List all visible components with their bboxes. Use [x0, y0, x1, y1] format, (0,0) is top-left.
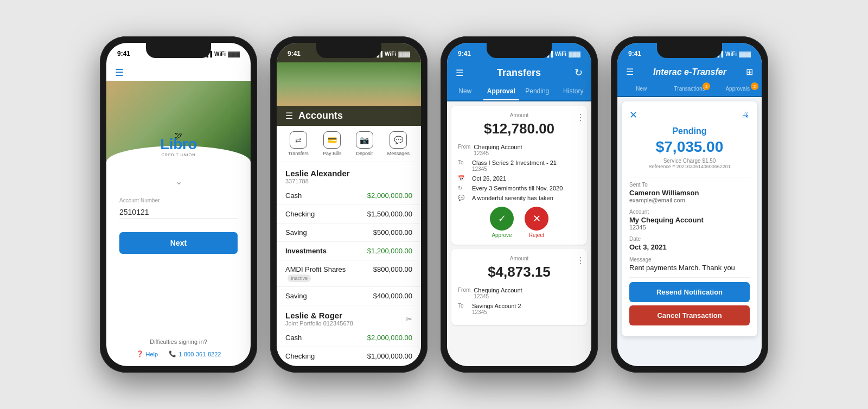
resend-notification-button[interactable]: Resend Notification — [629, 282, 750, 302]
account-section: Account My Chequing Account 12345 — [629, 209, 750, 231]
phone-link[interactable]: 📞 1-800-361-8222 — [169, 350, 221, 357]
transfer-amount-1: $12,780.00 — [458, 120, 580, 137]
tab-transactions[interactable]: Transactions 2 — [666, 81, 714, 96]
account-name-cash-2: Cash — [285, 334, 302, 342]
account-number-input[interactable] — [119, 206, 238, 219]
account-number: 12345 — [629, 224, 750, 231]
account-row-checking-1[interactable]: Checking $1,500,000.00 — [277, 205, 421, 223]
messages-label: Messages — [387, 151, 410, 156]
approve-label: Approve — [490, 232, 514, 238]
tab-pending[interactable]: Pending — [519, 83, 556, 100]
reject-button[interactable]: ✕ — [525, 207, 548, 231]
transfer-recurrence-1: ↻ Every 3 Semimonths till Nov, 2020 — [458, 185, 580, 191]
hamburger-icon-4[interactable]: ☰ — [626, 67, 634, 77]
tab-history[interactable]: History — [556, 83, 592, 100]
p2-hero — [277, 62, 421, 106]
qr-icon[interactable]: ⊞ — [746, 67, 753, 77]
date-value-1: Oct 26, 2021 — [472, 175, 580, 182]
help-link[interactable]: ❓ Help — [136, 350, 158, 357]
from-account-1: Chequing Account — [474, 144, 522, 150]
hero-image: 🕊 Libro CREDIT UNION — [106, 81, 251, 168]
date-label: Date — [629, 236, 750, 242]
transfer-date-1: 📅 Oct 26, 2021 — [458, 175, 580, 182]
status-time-3: 9:41 — [458, 50, 471, 57]
account-row-saving-3[interactable]: Saving $1,000,000.00 — [277, 366, 421, 366]
phone-accounts: 9:41 ▐▐▐ WiFi ▓▓▓ ☰ Accounts ⇄ Transfers — [270, 36, 427, 373]
inactive-badge: Inactive — [288, 274, 311, 282]
account-row-cash-2[interactable]: Cash $2,000,000.00 — [277, 329, 421, 347]
transfer-memo-1: 💬 A wonderful serenity has taken — [458, 195, 580, 201]
to-account-1: Class I Series 2 Investment - 21 — [472, 159, 557, 166]
next-button[interactable]: Next — [119, 232, 238, 254]
to-label-1: To — [458, 159, 469, 165]
from-number-1: 12345 — [474, 150, 522, 156]
transfer-from-2: From Chequing Account 12345 — [458, 287, 580, 299]
from-label-1: From — [458, 144, 470, 150]
account-row-investments[interactable]: Investments $1,200,000.00 — [277, 242, 421, 260]
hamburger-icon[interactable]: ☰ — [115, 67, 124, 79]
wifi-icon: WiFi — [214, 51, 226, 57]
hamburger-icon-3[interactable]: ☰ — [456, 68, 463, 78]
account-amount-amdi: $800,000.00 — [373, 265, 412, 282]
account-row-checking-2[interactable]: Checking $1,000,000.00 — [277, 347, 421, 366]
transfer-sync-icon[interactable]: ↻ — [575, 67, 583, 79]
from-account-2: Chequing Account — [474, 287, 522, 293]
account-row-cash-1[interactable]: Cash $2,000,000.00 — [277, 187, 421, 205]
tab-approval[interactable]: Approval — [483, 83, 520, 100]
message-label: Message — [629, 257, 750, 263]
account-row-saving-2[interactable]: Saving $400,000.00 — [277, 287, 421, 305]
transfer-from-1: From Chequing Account 12345 — [458, 144, 580, 156]
p4-header: ☰ Interac e-Transfer ⊞ — [617, 62, 762, 81]
transfer-to-1: To Class I Series 2 Investment - 21 1234… — [458, 159, 580, 172]
more-options-icon-1[interactable]: ⋮ — [576, 112, 585, 123]
sent-to-name: Cameron Williamson — [629, 189, 750, 197]
more-options-icon-2[interactable]: ⋮ — [576, 255, 585, 266]
status-time-4: 9:41 — [628, 50, 641, 57]
transfers-icon: ⇄ — [290, 131, 307, 149]
hamburger-icon-2[interactable]: ☰ — [285, 111, 293, 121]
tab-new[interactable]: New — [447, 83, 483, 100]
transfer-to-2: To Savings Account 2 12345 — [458, 303, 580, 315]
tab-approvals[interactable]: Approvals 2 — [713, 81, 762, 96]
help-icon: ❓ — [136, 350, 144, 357]
divider-1 — [629, 177, 750, 177]
account-amount-checking-1: $1,500,000.00 — [367, 210, 412, 218]
account-row-saving-1[interactable]: Saving $500,000.00 — [277, 223, 421, 242]
x-icon: ✕ — [533, 213, 541, 225]
account-name-checking-2: Checking — [285, 352, 315, 360]
account-row-amdi[interactable]: AMDI Profit Shares Inactive $800,000.00 — [277, 260, 421, 287]
action-messages[interactable]: 💬 Messages — [387, 131, 410, 156]
account-section-1: Leslie Alexander 3371788 — [277, 162, 421, 187]
p1-form: ⌄ Account Number Next — [106, 168, 251, 332]
approvals-badge: 2 — [751, 82, 758, 90]
print-icon[interactable]: 🖨 — [741, 110, 750, 120]
close-icon[interactable]: ✕ — [629, 109, 637, 121]
wifi-icon-3: WiFi — [555, 51, 566, 57]
account-amount-cash-1: $2,000,000.00 — [367, 191, 412, 200]
cancel-transaction-button[interactable]: Cancel Transaction — [629, 305, 750, 325]
sent-to-section: Sent To Cameron Williamson example@email… — [629, 182, 750, 203]
action-deposit[interactable]: 📷 Deposit — [356, 131, 373, 156]
p1-footer: Difficulties signing in? ❓ Help 📞 1-800-… — [106, 332, 251, 366]
transfer-card-2-inner: ⋮ Amount $4,873.15 From Chequing Account… — [451, 249, 587, 325]
tab-new-interac[interactable]: New — [617, 81, 666, 96]
modal-header: ✕ 🖨 — [629, 109, 750, 121]
transactions-badge: 2 — [703, 82, 710, 90]
notch-2 — [316, 43, 381, 58]
p3-tabs: New Approval Pending History — [447, 83, 591, 101]
battery-icon-4: ▓▓▓ — [739, 51, 751, 57]
message-value: Rent payments March. Thank you — [629, 264, 750, 272]
p2-actions: ⇄ Transfers 💳 Pay Bills 📷 Deposit 💬 Mess… — [277, 126, 421, 162]
phone-icon: 📞 — [169, 350, 176, 357]
approve-button[interactable]: ✓ — [490, 207, 514, 231]
phone-interac: 9:41 ▐▐▐ WiFi ▓▓▓ ☰ Interac e-Transfer ⊞… — [611, 36, 768, 373]
account-number-label: Account Number — [119, 197, 238, 203]
to-account-2: Savings Account 2 — [472, 303, 521, 309]
action-pay-bills[interactable]: 💳 Pay Bills — [323, 131, 342, 156]
chevron-down-icon: ⌄ — [119, 176, 238, 187]
status-time-1: 9:41 — [117, 50, 130, 57]
account-owner-id-2: Joint Portfolio 012345678 — [285, 320, 353, 327]
p3-header: ☰ Transfers ↻ — [447, 62, 591, 83]
action-transfers[interactable]: ⇄ Transfers — [288, 131, 309, 156]
account-number-group: Account Number — [119, 197, 238, 219]
